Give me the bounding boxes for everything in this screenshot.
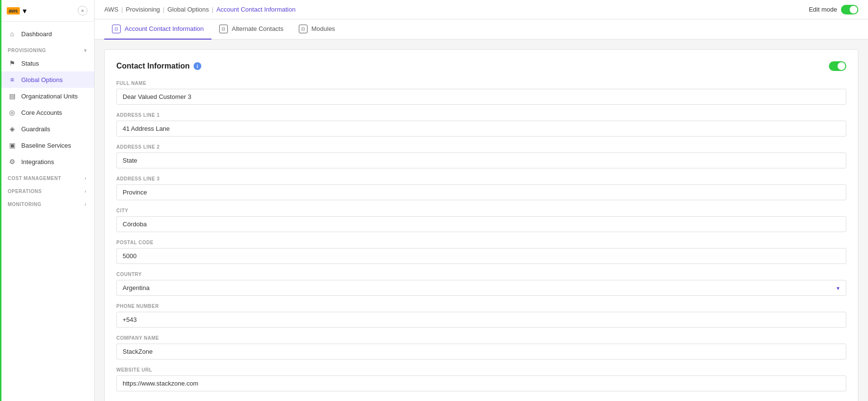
city-group: CITY [116,208,846,232]
card-header: Contact Information i [116,61,846,71]
tab-alternate-contacts[interactable]: ⊡ Alternate Contacts [211,19,291,40]
aws-logo-chevron: ▾ [23,6,27,15]
sidebar-item-label: Organizational Units [21,93,78,100]
tab-modules[interactable]: ⊡ Modules [291,19,343,40]
global-options-icon: ≡ [8,76,16,83]
contact-info-toggle[interactable] [829,61,846,71]
nav-section-provisioning[interactable]: PROVISIONING ▾ [0,42,94,55]
postal-code-group: POSTAL CODE [116,240,846,264]
phone-number-group: PHONE NUMBER [116,304,846,328]
main-content: AWS | Provisioning | Global Options | Ac… [95,0,868,401]
sidebar-item-guardrails[interactable]: ◈ Guardrails [0,121,94,137]
tab-account-contact[interactable]: ⊡ Account Contact Information [104,19,211,40]
address-line3-label: ADDRESS LINE 3 [116,176,846,181]
content-area: Contact Information i FULL NAME ADDRESS … [95,40,868,401]
nav-section-monitoring[interactable]: MONITORING › [0,196,94,209]
tab-account-contact-label: Account Contact Information [125,25,204,32]
tabbar: ⊡ Account Contact Information ⊡ Alternat… [95,19,868,40]
sidebar-item-label: Global Options [21,76,63,83]
sidebar-item-label: Dashboard [21,30,52,38]
sidebar-item-label: Baseline Services [21,142,71,149]
city-input[interactable] [116,216,846,232]
nav-section-label: MONITORING [8,202,42,207]
sidebar-green-bar [0,0,1,401]
chevron-down-icon: ▾ [84,48,87,53]
sidebar-item-organizational-units[interactable]: ▤ Organizational Units [0,88,94,104]
core-accounts-icon: ◎ [8,109,16,116]
breadcrumb-sep1: | [121,6,123,13]
edit-mode-switch[interactable] [841,5,858,14]
sidebar-item-integrations[interactable]: ⚙ Integrations [0,153,94,170]
address-line2-input[interactable] [116,152,846,168]
tab-alternate-contacts-label: Alternate Contacts [232,25,283,32]
full-name-group: FULL NAME [116,81,846,105]
sidebar-item-dashboard[interactable]: ⌂ Dashboard [0,26,94,42]
nav-section-operations[interactable]: OPERATIONS › [0,183,94,196]
sidebar-item-core-accounts[interactable]: ◎ Core Accounts [0,104,94,121]
nav-section-label: COST MANAGEMENT [8,176,61,181]
chevron-right-icon: › [84,189,86,194]
website-url-label: WEBSITE URL [116,367,846,373]
sidebar-item-label: Core Accounts [21,109,62,116]
country-label: COUNTRY [116,272,846,277]
postal-code-input[interactable] [116,248,846,264]
country-group: COUNTRY Argentina Australia Brazil Canad… [116,272,846,296]
company-name-label: COMPANY NAME [116,335,846,341]
address-line1-input[interactable] [116,121,846,137]
address-line2-label: ADDRESS LINE 2 [116,144,846,150]
info-icon[interactable]: i [194,62,201,70]
dashboard-icon: ⌂ [8,30,16,38]
postal-code-label: POSTAL CODE [116,240,846,245]
country-select-wrapper: Argentina Australia Brazil Canada United… [116,280,846,296]
tab-modules-icon: ⊡ [299,25,308,33]
status-icon: ⚑ [8,59,16,67]
tab-account-contact-icon: ⊡ [112,25,121,33]
full-name-input[interactable] [116,89,846,105]
address-line3-group: ADDRESS LINE 3 [116,176,846,200]
breadcrumb-aws[interactable]: AWS [104,6,118,13]
tab-modules-label: Modules [311,25,335,32]
nav-section-cost-management[interactable]: COST MANAGEMENT › [0,170,94,183]
topbar: AWS | Provisioning | Global Options | Ac… [95,0,868,19]
chevron-right-icon: › [84,202,86,207]
breadcrumb-sep2: | [163,6,164,13]
edit-mode-toggle: Edit mode [809,5,858,14]
breadcrumb-provisioning[interactable]: Provisioning [126,6,160,13]
address-line3-input[interactable] [116,184,846,200]
address-line2-group: ADDRESS LINE 2 [116,144,846,168]
breadcrumb-current[interactable]: Account Contact Information [216,6,295,13]
guardrails-icon: ◈ [8,125,16,133]
city-label: CITY [116,208,846,213]
full-name-label: FULL NAME [116,81,846,86]
address-line1-label: ADDRESS LINE 1 [116,112,846,118]
sidebar-item-baseline-services[interactable]: ▣ Baseline Services [0,137,94,153]
sidebar-item-label: Integrations [21,158,54,166]
website-url-group: WEBSITE URL [116,367,846,391]
sidebar: aws ▾ × ⌂ Dashboard PROVISIONING ▾ ⚑ Sta… [0,0,95,401]
chevron-right-icon: › [84,176,86,181]
contact-info-card: Contact Information i FULL NAME ADDRESS … [104,49,858,401]
contact-info-title: Contact Information [116,62,190,70]
phone-number-input[interactable] [116,312,846,328]
nav-section-label: OPERATIONS [8,189,42,194]
organizational-units-icon: ▤ [8,92,16,100]
address-line1-group: ADDRESS LINE 1 [116,112,846,137]
aws-logo[interactable]: aws ▾ [7,6,27,15]
aws-logo-box: aws [7,7,20,14]
baseline-services-icon: ▣ [8,141,16,149]
tab-alternate-contacts-icon: ⊡ [219,25,228,33]
card-title: Contact Information i [116,62,201,70]
sidebar-item-status[interactable]: ⚑ Status [0,55,94,71]
sidebar-item-global-options[interactable]: ≡ Global Options [0,71,94,88]
breadcrumb-sep3: | [212,6,213,13]
company-name-group: COMPANY NAME [116,335,846,360]
breadcrumb-global-options[interactable]: Global Options [168,6,209,13]
integrations-icon: ⚙ [8,158,16,166]
edit-mode-label: Edit mode [809,6,837,13]
website-url-input[interactable] [116,375,846,391]
country-select[interactable]: Argentina Australia Brazil Canada United… [116,280,846,296]
sidebar-nav: ⌂ Dashboard PROVISIONING ▾ ⚑ Status ≡ Gl… [0,22,94,401]
close-button[interactable]: × [78,6,87,15]
breadcrumb: AWS | Provisioning | Global Options | Ac… [104,6,295,13]
company-name-input[interactable] [116,344,846,360]
